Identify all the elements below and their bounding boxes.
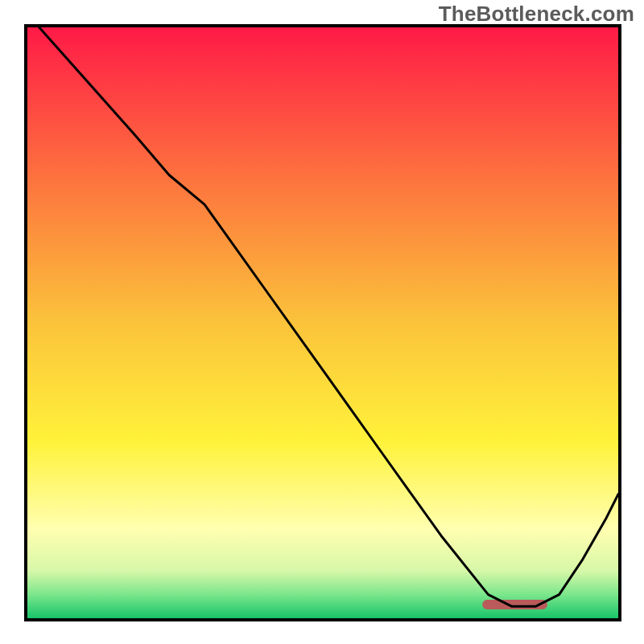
chart-svg [27, 27, 618, 618]
chart-background [27, 27, 618, 618]
plot-area [24, 24, 621, 621]
watermark-text: TheBottleneck.com [439, 2, 634, 27]
chart-frame: TheBottleneck.com [0, 0, 644, 644]
